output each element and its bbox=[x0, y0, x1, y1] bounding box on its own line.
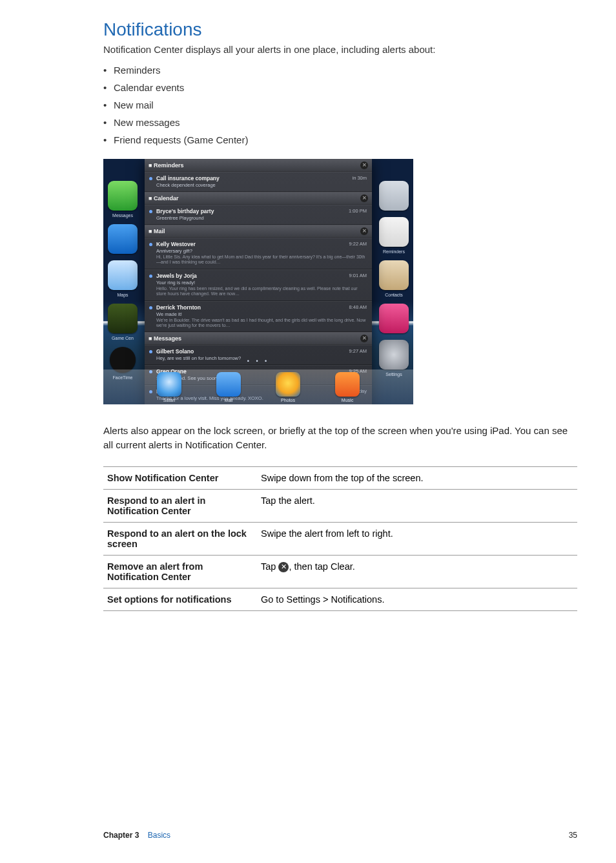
table-row: Respond to an alert in Notification Cent… bbox=[103, 489, 577, 522]
page-footer: Chapter 3 Basics 35 bbox=[103, 831, 577, 840]
dock-app-label: Mail bbox=[216, 398, 241, 402]
nc-item[interactable]: Bryce's birthday party1:00 PMGreentree P… bbox=[145, 205, 372, 225]
table-row: Show Notification Center Swipe down from… bbox=[103, 466, 577, 489]
page-indicator: • • • bbox=[103, 358, 413, 364]
dock-app[interactable]: Photos bbox=[276, 372, 300, 402]
table-row: Remove an alert from Notification Center… bbox=[103, 555, 577, 588]
home-app-label: Contacts bbox=[375, 293, 413, 297]
clear-section-icon[interactable]: ✕ bbox=[360, 227, 368, 235]
nc-item[interactable]: Jewels by Jorja9:01 AMYour ring is ready… bbox=[145, 269, 372, 301]
home-app-icon[interactable] bbox=[379, 217, 409, 247]
action-label: Show Notification Center bbox=[103, 466, 257, 489]
home-app-icon[interactable] bbox=[379, 304, 409, 333]
dock-app-label: Photos bbox=[276, 398, 300, 402]
clear-section-icon[interactable]: ✕ bbox=[360, 335, 368, 342]
clear-section-icon[interactable]: ✕ bbox=[360, 194, 368, 202]
dock-app[interactable]: Safari bbox=[157, 372, 181, 402]
home-app-label: Messages bbox=[103, 213, 142, 218]
ipad-screenshot: MessagesMapsGame CenFaceTime RemindersCo… bbox=[103, 159, 413, 404]
bullet-item: Reminders bbox=[114, 61, 577, 79]
home-app-label: Game Cen bbox=[103, 336, 142, 340]
home-app-icon[interactable] bbox=[108, 304, 138, 333]
intro-paragraph: Notification Center displays all your al… bbox=[103, 43, 577, 56]
home-app-label: Maps bbox=[103, 293, 142, 297]
home-app-icon[interactable] bbox=[108, 224, 138, 254]
action-label: Respond to an alert in Notification Cent… bbox=[103, 489, 257, 522]
notification-center-panel: ■ Reminders✕Call insurance companyin 30m… bbox=[145, 159, 372, 404]
home-app-icon[interactable] bbox=[379, 260, 409, 290]
page-number: 35 bbox=[569, 831, 577, 840]
dock-app-icon bbox=[157, 372, 181, 397]
nc-section-header: ■ Mail✕ bbox=[145, 225, 372, 238]
clear-section-icon[interactable]: ✕ bbox=[360, 161, 368, 169]
action-desc: Swipe down from the top of the screen. bbox=[257, 466, 577, 489]
home-icons-right: RemindersContactsSettings bbox=[375, 174, 413, 380]
bullet-item: Friend requests (Game Center) bbox=[114, 131, 577, 149]
dock-app[interactable]: Mail bbox=[216, 372, 241, 402]
section-label: Basics bbox=[148, 831, 170, 840]
action-desc: Swipe the alert from left to right. bbox=[257, 522, 577, 555]
dock-app-label: Music bbox=[335, 398, 360, 402]
table-row: Respond to an alert on the lock screen S… bbox=[103, 522, 577, 555]
nc-item[interactable]: Call insurance companyin 30mCheck depend… bbox=[145, 172, 372, 192]
bullet-item: New mail bbox=[114, 96, 577, 114]
bullet-item: New messages bbox=[114, 114, 577, 131]
action-desc: Go to Settings > Notifications. bbox=[257, 588, 577, 610]
dock-app-icon bbox=[216, 372, 241, 397]
dock-app-icon bbox=[276, 372, 300, 397]
action-label: Respond to an alert on the lock screen bbox=[103, 522, 257, 555]
action-label: Remove an alert from Notification Center bbox=[103, 555, 257, 588]
home-icons-left: MessagesMapsGame CenFaceTime bbox=[103, 174, 142, 384]
dock-app-icon bbox=[335, 372, 360, 397]
nc-item[interactable]: Derrick Thornton8:48 AMWe made it!We're … bbox=[145, 301, 372, 333]
dock-app[interactable]: Music bbox=[335, 372, 360, 402]
table-row: Set options for notifications Go to Sett… bbox=[103, 588, 577, 610]
action-desc: Tap the alert. bbox=[257, 489, 577, 522]
nc-section-header: ■ Calendar✕ bbox=[145, 192, 372, 205]
bullet-list: Reminders Calendar events New mail New m… bbox=[103, 61, 577, 149]
bullet-item: Calendar events bbox=[114, 79, 577, 96]
action-label: Set options for notifications bbox=[103, 588, 257, 610]
ipad-dock: SafariMailPhotosMusic bbox=[103, 369, 413, 404]
body-paragraph: Alerts also appear on the lock screen, o… bbox=[103, 424, 577, 452]
home-app-icon[interactable] bbox=[108, 260, 138, 290]
actions-table: Show Notification Center Swipe down from… bbox=[103, 466, 577, 611]
home-app-icon[interactable] bbox=[379, 181, 409, 211]
action-desc: Tap ✕, then tap Clear. bbox=[257, 555, 577, 588]
nc-section-header: ■ Messages✕ bbox=[145, 332, 372, 345]
dock-app-label: Safari bbox=[157, 398, 181, 402]
section-heading: Notifications bbox=[103, 19, 577, 40]
nc-section-header: ■ Reminders✕ bbox=[145, 159, 372, 172]
clear-x-icon: ✕ bbox=[278, 562, 289, 572]
home-app-icon[interactable] bbox=[379, 340, 409, 369]
chapter-label: Chapter 3 bbox=[103, 831, 139, 840]
home-app-icon[interactable] bbox=[108, 181, 138, 211]
home-app-label: Reminders bbox=[375, 249, 413, 254]
nc-item[interactable]: Kelly Westover9:22 AMAnniversary gift?Hi… bbox=[145, 238, 372, 269]
